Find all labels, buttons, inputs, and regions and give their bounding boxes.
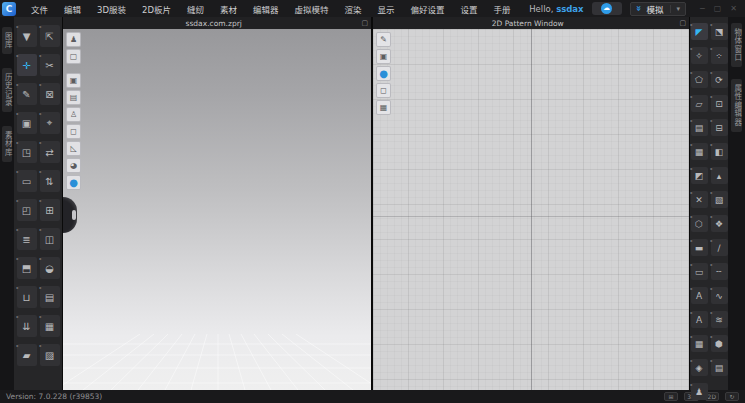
tab-material-library[interactable]: 素材库 (2, 126, 13, 162)
grade-tool[interactable]: ▦ (691, 143, 708, 160)
simulate-button[interactable]: » 模拟 ▾ (630, 2, 686, 16)
move-tool[interactable]: ✛ (17, 54, 37, 76)
pattern-shape-tool[interactable]: ▱ (691, 95, 708, 112)
roll-tool[interactable]: ▰ (17, 344, 37, 366)
minimize-button[interactable]: ─ (698, 4, 707, 13)
uv-map-tool[interactable]: ◰ (17, 199, 37, 221)
menu-material[interactable]: 素材 (213, 1, 244, 17)
maximize-button[interactable]: ▢ (712, 4, 724, 13)
menu-2d-pattern[interactable]: 2D板片 (135, 1, 178, 17)
pattern-outline-tool[interactable]: ▭ (17, 170, 37, 192)
3d-viewport[interactable]: ♟▢▣▤♙◻◺◕● (63, 29, 371, 390)
garment-overlay-toggle[interactable]: ▣ (376, 49, 391, 64)
garment-tool[interactable]: ▣ (17, 112, 37, 134)
cut-tool[interactable]: ⊠ (40, 83, 60, 105)
zigzag-stitch-tool[interactable]: ≋ (711, 311, 728, 328)
fabric-swatch-tool[interactable]: ◈ (691, 359, 708, 376)
texture-tool[interactable]: ▤ (40, 286, 60, 308)
panel-tool[interactable]: ◫ (40, 228, 60, 250)
menu-virtual-avatar[interactable]: 虚拟模特 (288, 1, 336, 17)
dashed-line-tool[interactable]: ╌ (711, 263, 728, 280)
copy-pattern-tool[interactable]: ⊡ (711, 95, 728, 112)
rotate-tool[interactable]: ⟳ (711, 71, 728, 88)
shading-tool[interactable]: ▧ (711, 191, 728, 208)
text-tool[interactable]: A (691, 287, 708, 304)
hatch-tool[interactable]: ▨ (40, 344, 60, 366)
garment-outline-toggle[interactable]: ▢ (66, 49, 81, 64)
avatar-pose-tool[interactable]: ⇱ (40, 25, 60, 47)
transform-pattern-tool[interactable]: ◤ (691, 23, 708, 40)
menu-3d-garment[interactable]: 3D服装 (90, 1, 133, 17)
menu-settings[interactable]: 设置 (454, 1, 485, 17)
globe-overlay-toggle[interactable]: ● (376, 66, 391, 81)
expand-2d-window-icon[interactable]: ▢ (679, 20, 686, 27)
button-tool[interactable]: ⬢ (711, 335, 728, 352)
menu-preferences[interactable]: 偏好设置 (404, 1, 452, 17)
ruler-tool[interactable]: ▬ (691, 239, 708, 256)
fold-arrange-tool[interactable]: ◳ (17, 141, 37, 163)
close-button[interactable]: ✕ (728, 4, 739, 13)
cross-cut-tool[interactable]: ✕ (691, 191, 708, 208)
username-link[interactable]: ssdax (556, 4, 583, 14)
menu-file[interactable]: 文件 (24, 1, 55, 17)
globe-display-toggle[interactable]: ● (66, 175, 81, 190)
avatar-display-toggle[interactable]: ♙ (66, 107, 81, 122)
cloud-sync-button[interactable]: ☁ (592, 2, 622, 15)
corner-tool[interactable]: ◩ (691, 167, 708, 184)
tape-tool[interactable]: ▭ (691, 263, 708, 280)
menu-edit[interactable]: 编辑 (57, 1, 88, 17)
show-avatar-toggle[interactable]: ♟ (66, 32, 81, 47)
hexagon-tool[interactable]: ⬡ (691, 215, 708, 232)
remove-tool[interactable]: ⊟ (711, 119, 728, 136)
head-display-toggle[interactable]: ◕ (66, 158, 81, 173)
shade-tool[interactable]: ◒ (40, 257, 60, 279)
menu-display[interactable]: 显示 (371, 1, 402, 17)
flip-tool[interactable]: ⇄ (40, 141, 60, 163)
toolbar-collapse-handle[interactable] (63, 197, 77, 233)
half-symmetry-tool[interactable]: ◧ (711, 143, 728, 160)
tab-object-window[interactable]: 物体窗口 (731, 23, 742, 67)
notch-tool[interactable]: ▴ (711, 167, 728, 184)
menu-manual[interactable]: 手册 (487, 1, 518, 17)
menu-render[interactable]: 渲染 (338, 1, 369, 17)
tab-history[interactable]: 历史记录 (2, 68, 13, 112)
drape-tool[interactable]: ▼ (17, 25, 37, 47)
grid-tool[interactable]: ⊞ (40, 199, 60, 221)
layers-tool[interactable]: ≣ (17, 228, 37, 250)
sync-tool[interactable]: ⇅ (40, 170, 60, 192)
unfold-tool[interactable]: ⬔ (711, 23, 728, 40)
pleats-tool[interactable]: ⇊ (17, 315, 37, 337)
tab-library[interactable]: 图库 (2, 27, 13, 54)
plane-display-toggle[interactable]: ◻ (66, 124, 81, 139)
grid-overlay-toggle[interactable]: ▦ (376, 100, 391, 115)
mesh-tool[interactable]: ▦ (40, 315, 60, 337)
swatch-stack-tool[interactable]: ▤ (711, 359, 728, 376)
garment-texture-toggle[interactable]: ▤ (66, 90, 81, 105)
fabric-tool[interactable]: ⬒ (17, 257, 37, 279)
edit-pattern-toggle[interactable]: ✎ (376, 32, 391, 47)
split-view-button[interactable]: ⊞ (664, 392, 678, 401)
menu-editor[interactable]: 编辑器 (246, 1, 286, 17)
expand-3d-window-icon[interactable]: ▢ (361, 20, 368, 27)
paper-overlay-toggle[interactable]: ◻ (376, 83, 391, 98)
wind-display-toggle[interactable]: ◺ (66, 141, 81, 156)
app-logo-icon[interactable]: C (2, 2, 16, 16)
garment-solid-toggle[interactable]: ▣ (66, 73, 81, 88)
pocket-tool[interactable]: ⊔ (17, 286, 37, 308)
mirror-tool[interactable]: ❖ (711, 215, 728, 232)
mannequin-tool[interactable]: ♟ (691, 383, 708, 400)
edit-curve-tool[interactable]: ✧ (691, 47, 708, 64)
polygon-tool[interactable]: ⬠ (691, 71, 708, 88)
dropdown-caret-icon[interactable]: ▾ (670, 5, 680, 13)
pin-tool[interactable]: ⌖ (40, 112, 60, 134)
smooth-tool[interactable]: ✂ (40, 54, 60, 76)
sewing-edit-tool[interactable]: ✎ (17, 83, 37, 105)
wave-seam-tool[interactable]: ∿ (711, 287, 728, 304)
dart-tool[interactable]: ▤ (691, 119, 708, 136)
menu-sewing[interactable]: 缝纫 (180, 1, 211, 17)
2d-viewport[interactable]: ✎▣●◻▦ (373, 29, 689, 390)
grid-pattern-tool[interactable]: ▦ (691, 335, 708, 352)
edit-points-tool[interactable]: ⁘ (711, 47, 728, 64)
tab-property-editor[interactable]: 属性编辑器 (731, 79, 742, 132)
sync-view-button[interactable]: ↻ (725, 392, 739, 401)
